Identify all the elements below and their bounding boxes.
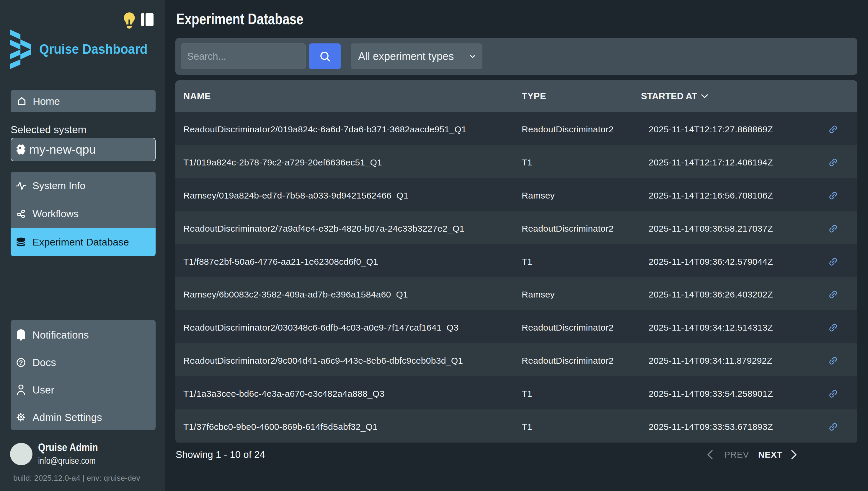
svg-text:?: ? [19,359,23,366]
